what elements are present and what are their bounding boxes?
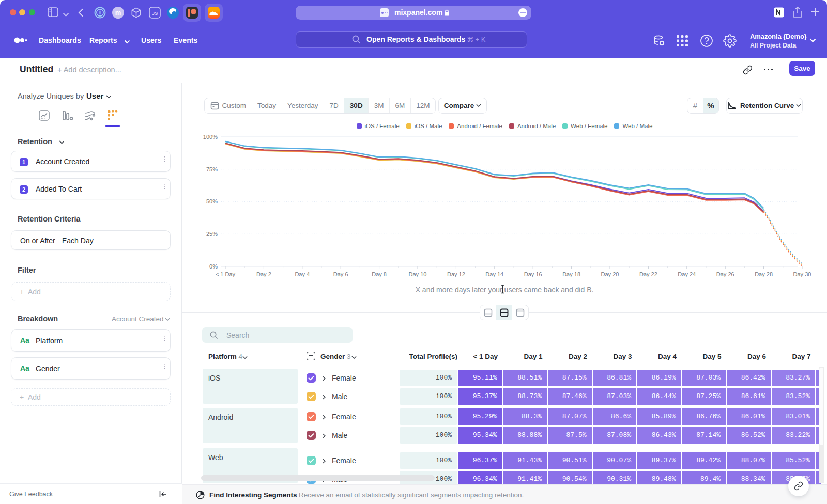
svg-text:Day 18: Day 18 [562,271,580,277]
svg-text:Day 6: Day 6 [333,271,348,277]
svg-text:Day 4: Day 4 [295,271,310,277]
svg-text:Day 16: Day 16 [524,271,542,277]
svg-text:100%: 100% [203,134,218,140]
svg-text:Day 8: Day 8 [372,271,387,277]
svg-text:Day 28: Day 28 [755,271,773,277]
svg-text:25%: 25% [206,231,218,237]
svg-text:< 1 Day: < 1 Day [216,271,236,277]
svg-text:Day 22: Day 22 [639,271,657,277]
svg-text:Day 20: Day 20 [601,271,619,277]
svg-text:Day 24: Day 24 [678,271,696,277]
svg-text:Day 12: Day 12 [447,271,465,277]
svg-text:Day 14: Day 14 [485,271,503,277]
svg-text:0%: 0% [209,263,218,270]
svg-text:50%: 50% [206,198,218,204]
svg-text:Day 10: Day 10 [409,271,427,277]
svg-text:Day 30: Day 30 [793,271,811,277]
svg-text:Day 26: Day 26 [716,271,734,277]
svg-text:75%: 75% [206,166,218,172]
svg-text:Day 2: Day 2 [256,271,271,277]
